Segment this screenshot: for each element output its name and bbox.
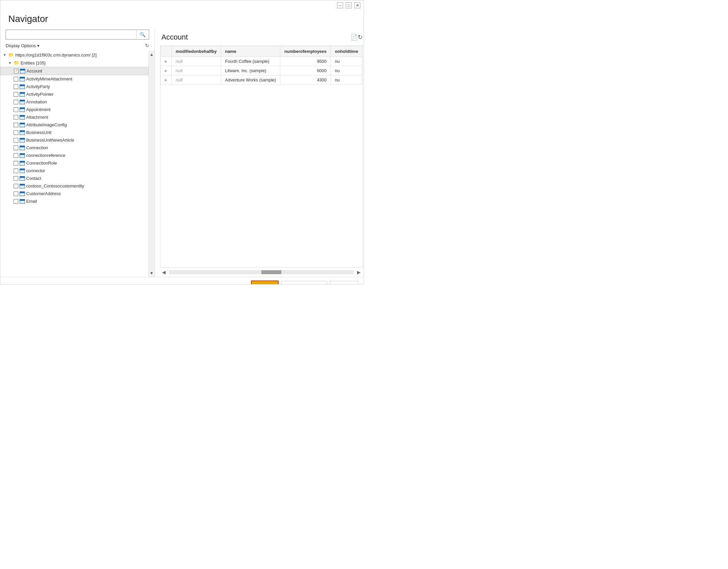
- h-scroll-thumb: [261, 270, 281, 274]
- entity-label: ConnectionRole: [26, 160, 57, 165]
- entity-checkbox[interactable]: [14, 130, 18, 135]
- scroll-down-arrow[interactable]: ▼: [150, 269, 154, 277]
- table-cell-numberofemployees: 9500: [280, 57, 331, 66]
- entity-checkbox[interactable]: [14, 184, 18, 188]
- h-scroll-track[interactable]: [169, 270, 354, 274]
- tree-entity-item[interactable]: contoso_Contosocustomentity: [0, 182, 148, 190]
- display-options-button[interactable]: Display Options ▾: [6, 43, 40, 48]
- table-body: ▶nullFourth Coffee (sample)9500nu▶nullLi…: [161, 57, 362, 85]
- entity-label: Email: [26, 199, 37, 204]
- entity-checkbox[interactable]: [14, 176, 18, 181]
- right-header: Account 📄↻: [160, 30, 363, 46]
- h-scroll-right[interactable]: ▶: [355, 269, 363, 275]
- entity-table-icon: [20, 100, 25, 104]
- entity-checkbox[interactable]: [14, 138, 18, 142]
- entity-label: Connection: [26, 145, 48, 150]
- tree-entity-item[interactable]: BusinessUnit: [0, 129, 148, 136]
- title-bar: ─ □ ✕: [0, 0, 364, 10]
- entity-table-icon: [20, 115, 25, 120]
- h-scroll-area: ◀ ▶: [160, 267, 363, 277]
- entity-checkbox[interactable]: [14, 161, 18, 165]
- tree-entity-item[interactable]: Account: [0, 67, 148, 75]
- refresh-icon[interactable]: ↻: [145, 43, 149, 48]
- entity-label: contoso_Contosocustomentity: [26, 183, 84, 188]
- entity-checkbox[interactable]: [14, 123, 18, 127]
- entity-checkbox[interactable]: [14, 168, 18, 173]
- scroll-up-arrow[interactable]: ▲: [150, 51, 154, 58]
- entity-checkbox[interactable]: [14, 145, 18, 150]
- entity-checkbox[interactable]: [14, 107, 18, 112]
- table-cell-onholdtime: nu: [331, 75, 362, 85]
- left-panel-inner: ▼ 📁 https://org1d1f903c.crm.dynamics.com…: [0, 51, 154, 277]
- cancel-button[interactable]: Cancel: [330, 281, 358, 284]
- tree-entity-item[interactable]: ActivityParty: [0, 83, 148, 90]
- tree-entity-item[interactable]: connectionreference: [0, 151, 148, 159]
- transform-data-button[interactable]: Transform Data: [281, 281, 327, 284]
- entity-list: AccountActivityMimeAttachmentActivityPar…: [0, 67, 148, 205]
- tree-entity-item[interactable]: ActivityMimeAttachment: [0, 75, 148, 83]
- table-cell-modifiedonbehalfby: null: [172, 66, 221, 75]
- tree-entity-item[interactable]: ActivityPointer: [0, 90, 148, 98]
- tree-entity-item[interactable]: BusinessUnitNewsArticle: [0, 136, 148, 144]
- entity-checkbox[interactable]: [14, 100, 18, 104]
- entity-label: BusinessUnit: [26, 130, 51, 135]
- tree-root-item[interactable]: ▼ 📁 https://org1d1f903c.crm.dynamics.com…: [0, 51, 148, 59]
- table-row[interactable]: ▶nullAdventure Works (sample)4300nu: [161, 75, 362, 85]
- entity-checkbox[interactable]: [14, 84, 18, 89]
- entity-table-icon: [20, 107, 25, 112]
- table-cell-name: Litware, Inc. (sample): [221, 66, 280, 75]
- tree-entity-item[interactable]: Connection: [0, 144, 148, 151]
- entity-checkbox[interactable]: [14, 92, 18, 97]
- table-cell-onholdtime: nu: [331, 57, 362, 66]
- entities-folder-icon: 📁: [14, 60, 19, 65]
- table-head: modifiedonbehalfbynamenumberofemployeeso…: [161, 46, 362, 57]
- search-button[interactable]: 🔍: [136, 30, 149, 39]
- entity-checkbox[interactable]: [14, 191, 18, 196]
- entity-label: BusinessUnitNewsArticle: [26, 138, 74, 142]
- tree-entity-item[interactable]: Annotation: [0, 98, 148, 106]
- entity-table-icon: [20, 138, 25, 142]
- table-row[interactable]: ▶nullFourth Coffee (sample)9500nu: [161, 57, 362, 66]
- table-header-onholdtime: onholdtime: [331, 46, 362, 57]
- entity-checkbox[interactable]: [14, 153, 18, 158]
- tree-entities-item[interactable]: ▼ 📁 Entities [105]: [0, 59, 148, 67]
- entity-checkbox[interactable]: [14, 69, 19, 73]
- tree-entity-item[interactable]: Attachment: [0, 113, 148, 121]
- tree-entity-item[interactable]: AttributeImageConfig: [0, 121, 148, 129]
- entity-table-icon: [20, 191, 25, 196]
- maximize-button[interactable]: □: [346, 2, 352, 8]
- search-input[interactable]: [6, 30, 136, 39]
- tree-entity-item[interactable]: Email: [0, 197, 148, 205]
- h-scroll-left[interactable]: ◀: [160, 269, 168, 275]
- close-button[interactable]: ✕: [354, 2, 360, 8]
- entities-collapse-icon: ▼: [8, 61, 12, 65]
- entity-label: ActivityMimeAttachment: [26, 76, 72, 81]
- tree-scrollbar[interactable]: ▲ ▼: [148, 51, 154, 277]
- load-button[interactable]: Load: [251, 280, 279, 284]
- data-table-wrapper: modifiedonbehalfbynamenumberofemployeeso…: [160, 46, 363, 267]
- tree-entity-item[interactable]: Contact: [0, 174, 148, 182]
- table-header-modifiedonbehalfby: modifiedonbehalfby: [172, 46, 221, 57]
- display-options-bar: Display Options ▾ ↻: [0, 42, 154, 51]
- page-title: Navigator: [0, 10, 364, 30]
- table-cell-name: Fourth Coffee (sample): [221, 57, 280, 66]
- tree-entity-item[interactable]: CustomerAddress: [0, 190, 148, 197]
- entity-table-icon: [20, 199, 25, 204]
- right-panel-title: Account: [161, 33, 188, 42]
- entity-label: connector: [26, 168, 45, 173]
- table-cell-name: Adventure Works (sample): [221, 75, 280, 85]
- table-row[interactable]: ▶nullLitware, Inc. (sample)6000nu: [161, 66, 362, 75]
- entity-table-icon: [20, 77, 25, 81]
- entity-label: Account: [27, 68, 42, 73]
- tree-entity-item[interactable]: Appointment: [0, 106, 148, 113]
- entity-checkbox[interactable]: [14, 199, 18, 204]
- entity-label: Annotation: [26, 99, 47, 104]
- entity-checkbox[interactable]: [14, 115, 18, 120]
- tree-entity-item[interactable]: ConnectionRole: [0, 159, 148, 167]
- entity-table-icon: [20, 184, 25, 188]
- tree-entity-item[interactable]: connector: [0, 167, 148, 174]
- entity-checkbox[interactable]: [14, 77, 18, 81]
- minimize-button[interactable]: ─: [337, 2, 343, 8]
- root-folder-icon: 📁: [8, 52, 14, 57]
- display-options-label: Display Options: [6, 43, 36, 48]
